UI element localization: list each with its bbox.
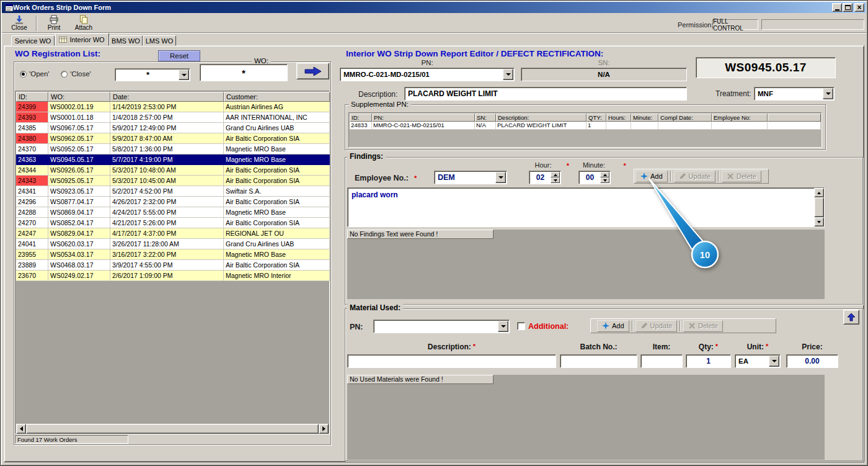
unit-dropdown-button[interactable] bbox=[769, 356, 779, 367]
cell-description: PLACARD WEIGHT LIMIT bbox=[496, 122, 587, 130]
column-header[interactable]: Description: bbox=[496, 114, 587, 122]
material-item-field[interactable] bbox=[640, 354, 683, 368]
table-row[interactable]: 24370WS0952.05.175/8/2017 1:36:00 PMMagn… bbox=[16, 144, 330, 155]
hour-spinner[interactable]: 02 bbox=[529, 171, 561, 184]
table-row[interactable]: 23889WS0468.03.173/9/2017 4:55:00 PMAir … bbox=[16, 260, 330, 271]
radio-open[interactable] bbox=[20, 71, 27, 78]
findings-add-button[interactable]: Add bbox=[636, 171, 668, 182]
material-description-field[interactable] bbox=[347, 354, 556, 368]
attach-button[interactable]: Attach bbox=[69, 15, 98, 32]
cell-id: 24363 bbox=[16, 155, 48, 165]
table-row[interactable]: 24380WS0962.05.175/9/2017 8:47:00 AMAir … bbox=[16, 133, 330, 144]
reset-button[interactable]: Reset bbox=[158, 50, 200, 61]
additional-label: Additional: bbox=[528, 322, 569, 331]
table-row[interactable]: 23670WS0249.02.172/6/2017 1:09:00 PMMagn… bbox=[16, 271, 330, 281]
scroll-left-button[interactable] bbox=[16, 424, 26, 434]
material-unit-combobox[interactable]: EA bbox=[735, 354, 781, 368]
table-row[interactable]: 24041WS0620.03.173/26/2017 11:28:00 AMGr… bbox=[16, 239, 330, 249]
material-pn-combobox[interactable] bbox=[373, 320, 510, 333]
table-row[interactable]: 24288WS0869.04.174/24/2017 5:55:00 PMMag… bbox=[16, 207, 330, 218]
cell-customer: Grand Cru Airlines UAB bbox=[224, 239, 330, 249]
print-button[interactable]: Print bbox=[40, 15, 68, 32]
description-field[interactable]: PLACARD WEIGHT LIMIT bbox=[404, 87, 687, 101]
table-row[interactable]: 24363WS0945.05.175/7/2017 4:19:00 PMMagn… bbox=[16, 155, 330, 165]
tab-bms-wo[interactable]: BMS WO bbox=[109, 35, 143, 46]
table-row[interactable]: 24270WS0852.04.174/21/2017 5:26:00 PMAir… bbox=[16, 218, 330, 228]
treatment-combobox[interactable]: MNF bbox=[754, 87, 835, 101]
column-header[interactable]: Date: bbox=[110, 92, 224, 102]
findings-textarea[interactable]: placard worn bbox=[347, 187, 825, 227]
column-header bbox=[768, 114, 821, 122]
column-header[interactable]: Hours: bbox=[606, 114, 631, 122]
scroll-right-button[interactable] bbox=[319, 424, 329, 434]
tab-interior-wo[interactable]: Interior WO bbox=[55, 33, 109, 46]
material-price-field[interactable]: 0.00 bbox=[786, 354, 838, 368]
close-window-button[interactable]: × bbox=[854, 3, 864, 12]
table-row[interactable]: 24833MMRO-C-021-MD-0215/01N/APLACARD WEI… bbox=[350, 122, 821, 130]
material-batch-field[interactable] bbox=[560, 354, 637, 368]
h-scrollbar-thumb[interactable] bbox=[26, 424, 319, 434]
material-item-label: Item: bbox=[640, 343, 683, 351]
column-header[interactable]: SN: bbox=[475, 114, 496, 122]
employee-dropdown-button[interactable] bbox=[495, 172, 506, 183]
attach-button-label: Attach bbox=[75, 24, 92, 31]
table-row[interactable]: 24247WS0829.04.174/17/2017 4:37:00 PMREG… bbox=[16, 228, 330, 239]
minute-spinner[interactable]: 00 bbox=[578, 171, 611, 184]
findings-delete-button[interactable]: Delete bbox=[722, 171, 761, 182]
material-qty-field[interactable]: 1 bbox=[686, 354, 731, 368]
table-row[interactable]: 23955WS0534.03.173/16/2017 3:22:00 PMMag… bbox=[16, 249, 330, 260]
v-scrollbar-thumb[interactable] bbox=[814, 197, 824, 217]
material-update-button[interactable]: Update bbox=[636, 320, 677, 332]
spin-down-button[interactable] bbox=[551, 177, 560, 183]
column-header[interactable]: ID: bbox=[350, 114, 372, 122]
spin-down-button[interactable] bbox=[600, 177, 609, 183]
column-header[interactable]: QTY: bbox=[587, 114, 606, 122]
maximize-button[interactable] bbox=[843, 3, 852, 12]
tab-service-wo[interactable]: Service WO bbox=[11, 35, 55, 46]
column-header[interactable]: Employee No: bbox=[712, 114, 768, 122]
column-header[interactable]: ID: bbox=[16, 92, 48, 102]
column-header[interactable]: WO: bbox=[48, 92, 110, 102]
spin-up-button[interactable] bbox=[551, 172, 560, 177]
table-row[interactable]: 24393WS0001.01.181/4/2018 2:57:00 PMAAR … bbox=[16, 112, 330, 123]
pn-combobox[interactable]: MMRO-C-021-MD-0215/01 bbox=[340, 68, 515, 81]
table-row[interactable]: 24385WS0967.05.175/9/2017 12:49:00 PMGra… bbox=[16, 123, 330, 133]
column-header[interactable]: Compl Date: bbox=[658, 114, 712, 122]
treatment-dropdown-button[interactable] bbox=[823, 88, 833, 99]
employee-no-combobox[interactable]: DEM bbox=[434, 171, 507, 184]
spin-up-button[interactable] bbox=[600, 172, 609, 177]
permission-label: Permission: bbox=[678, 21, 713, 29]
print-icon bbox=[49, 15, 59, 24]
material-delete-button[interactable]: Delete bbox=[683, 320, 723, 332]
collapse-up-button[interactable] bbox=[843, 310, 859, 325]
close-icon: × bbox=[857, 4, 861, 11]
table-row[interactable]: 24296WS0877.04.174/26/2017 2:32:00 PMAir… bbox=[16, 197, 330, 207]
column-header[interactable]: Minute: bbox=[631, 114, 658, 122]
table-row[interactable]: 24399WS0002.01.191/14/2019 2:53:00 PMAus… bbox=[16, 102, 330, 112]
additional-checkbox[interactable] bbox=[517, 322, 525, 330]
radio-close[interactable] bbox=[61, 71, 68, 78]
cell-wo: WS0923.05.17 bbox=[48, 186, 110, 197]
table-row[interactable]: 24341WS0923.05.175/2/2017 4:52:00 PMSwif… bbox=[16, 186, 330, 197]
cell-wo: WS0962.05.17 bbox=[48, 133, 110, 144]
column-header[interactable]: PN: bbox=[372, 114, 475, 122]
table-row[interactable]: 24343WS0925.05.175/3/2017 10:45:00 AMAir… bbox=[16, 176, 330, 186]
toolbar-separator bbox=[718, 171, 719, 182]
customer-filter-dropdown-button[interactable] bbox=[179, 69, 189, 80]
tab-lms-wo[interactable]: LMS WO bbox=[143, 35, 176, 46]
scroll-up-button[interactable] bbox=[814, 188, 824, 197]
minimize-button[interactable] bbox=[832, 3, 842, 12]
add-icon bbox=[640, 173, 648, 180]
search-go-button[interactable] bbox=[296, 63, 329, 79]
material-add-button[interactable]: Add bbox=[597, 320, 629, 332]
findings-update-button[interactable]: Update bbox=[674, 171, 715, 182]
column-header[interactable]: Customer: bbox=[224, 92, 330, 102]
cell-id: 24393 bbox=[16, 112, 48, 123]
wo-filter-input[interactable]: * bbox=[200, 64, 288, 81]
pn-dropdown-button[interactable] bbox=[503, 69, 513, 80]
table-row[interactable]: 24344WS0926.05.175/3/2017 10:48:00 AMAir… bbox=[16, 165, 330, 176]
close-button[interactable]: Close bbox=[5, 15, 33, 32]
customer-filter-combobox[interactable]: * bbox=[115, 68, 190, 81]
scroll-down-button[interactable] bbox=[814, 217, 824, 226]
material-pn-dropdown-button[interactable] bbox=[498, 321, 508, 332]
